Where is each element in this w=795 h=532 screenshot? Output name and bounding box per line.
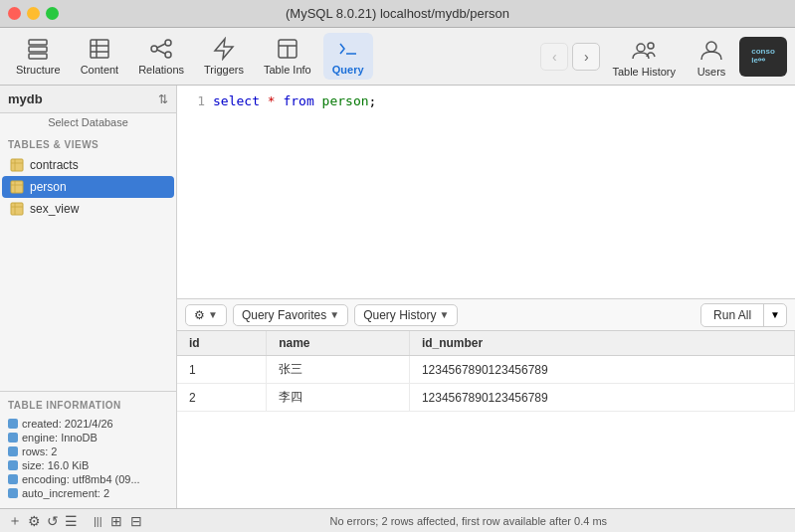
results-table: id name id_number 1 张三 12345678901234567… [177, 331, 795, 508]
svg-point-7 [151, 46, 157, 52]
toolbar-table-info[interactable]: Table Info [256, 33, 319, 80]
svg-rect-26 [11, 203, 23, 215]
table-row[interactable]: 1 张三 1234567890123456789 [177, 356, 795, 384]
content-area: 1select * from person; ⚙ ▼ Query Favorit… [177, 86, 795, 508]
cell-id-2: 2 [177, 384, 267, 412]
query-history-button[interactable]: Query History ▼ [354, 304, 458, 326]
person-label: person [30, 180, 67, 194]
relations-label: Relations [138, 64, 184, 76]
col-header-id-number: id_number [409, 331, 794, 356]
titlebar: (MySQL 8.0.21) localhost/mydb/person [0, 0, 795, 28]
cell-id-1: 1 [177, 356, 267, 384]
info-dot-auto-increment [8, 488, 18, 498]
statusbar-left: ＋ ⚙ ↺ ☰ [8, 512, 78, 530]
table-body: 1 张三 1234567890123456789 2 李四 1234567890… [177, 356, 795, 412]
refresh-icon[interactable]: ↺ [47, 513, 59, 529]
sidebar-item-person[interactable]: person [2, 176, 174, 198]
filter-icon[interactable]: ☰ [65, 513, 78, 529]
table-icon-person [10, 180, 24, 194]
info-dot-created [8, 419, 18, 429]
nav-forward-button[interactable]: › [572, 43, 600, 71]
export-icon[interactable]: ⊞ [110, 513, 122, 529]
sidebar-item-sex-view[interactable]: sex_view [2, 198, 174, 220]
toolbar-relations[interactable]: Relations [130, 33, 192, 80]
sidebar: mydb ⇅ Select Database TABLES & VIEWS co… [0, 86, 177, 508]
wildcard: * [268, 93, 276, 108]
toolbar-users[interactable]: Users [688, 32, 735, 82]
sidebar-item-contracts[interactable]: contracts [2, 154, 174, 176]
users-label: Users [697, 66, 726, 78]
history-arrow-icon: ▼ [440, 309, 450, 320]
maximize-button[interactable] [46, 7, 59, 20]
svg-rect-2 [29, 54, 47, 59]
settings-icon[interactable]: ⚙ [28, 513, 41, 529]
keyword-select: select [213, 93, 260, 108]
minimize-button[interactable] [27, 7, 40, 20]
svg-line-10 [157, 44, 165, 48]
info-created: created: 2021/4/26 [8, 417, 168, 431]
info-dot-encoding [8, 474, 18, 484]
toolbar-triggers[interactable]: Triggers [196, 33, 252, 80]
semicolon: ; [369, 93, 377, 108]
toolbar-content[interactable]: Content [73, 33, 127, 80]
toolbar-query[interactable]: Query [323, 33, 373, 80]
data-table: id name id_number 1 张三 12345678901234567… [177, 331, 795, 412]
traffic-lights [8, 7, 59, 20]
table-icon-contracts [10, 158, 24, 172]
svg-point-18 [648, 43, 654, 49]
run-all-arrow-icon[interactable]: ▼ [764, 305, 786, 324]
main-toolbar: Structure Content Relations Triggers [0, 28, 795, 86]
query-editor[interactable]: 1select * from person; [177, 86, 795, 299]
statusbar: ＋ ⚙ ↺ ☰ ||| ⊞ ⊟ No errors; 2 rows affect… [0, 508, 795, 532]
svg-rect-0 [29, 40, 47, 45]
table-row[interactable]: 2 李四 1234567890123456789 [177, 384, 795, 412]
db-selector[interactable]: mydb ⇅ [0, 86, 176, 113]
nav-back-button[interactable]: ‹ [540, 43, 568, 71]
info-engine: engine: InnoDB [8, 431, 168, 444]
svg-rect-20 [11, 159, 23, 171]
gear-icon: ⚙ [194, 308, 205, 322]
svg-rect-1 [29, 47, 47, 52]
info-encoding: encoding: utf8mb4 (09... [8, 472, 168, 486]
table-icon-sex-view [10, 202, 24, 216]
info-dot-rows [8, 446, 18, 456]
query-favorites-button[interactable]: Query Favorites ▼ [233, 304, 348, 326]
info-size: size: 16.0 KiB [8, 458, 168, 472]
svg-point-9 [165, 52, 171, 58]
cell-id-number-2: 1234567890123456789 [409, 384, 794, 412]
query-history-label: Query History [363, 308, 436, 322]
svg-marker-12 [215, 39, 233, 59]
main-layout: mydb ⇅ Select Database TABLES & VIEWS co… [0, 86, 795, 508]
content-label: Content [81, 64, 119, 76]
toolbar-structure[interactable]: Structure [8, 33, 69, 80]
svg-point-19 [706, 42, 716, 52]
import-icon[interactable]: ⊟ [130, 513, 142, 529]
close-button[interactable] [8, 7, 21, 20]
table-info-label: Table Info [264, 64, 311, 76]
run-all-button[interactable]: Run All ▼ [700, 303, 787, 327]
status-message: No errors; 2 rows affected, first row av… [150, 515, 787, 527]
col-header-id: id [177, 331, 267, 356]
table-info-title: TABLE INFORMATION [8, 400, 168, 411]
toolbar-console[interactable]: console⚯ [739, 37, 787, 77]
favorites-arrow-icon: ▼ [329, 309, 339, 320]
table-name-person: person [322, 93, 369, 108]
query-label: Query [332, 64, 364, 76]
sex-view-label: sex_view [30, 202, 79, 216]
select-database-button[interactable]: Select Database [0, 113, 176, 131]
contracts-label: contracts [30, 158, 79, 172]
table-information-section: TABLE INFORMATION created: 2021/4/26 eng… [0, 391, 176, 508]
add-icon[interactable]: ＋ [8, 512, 22, 530]
query-gear-button[interactable]: ⚙ ▼ [185, 304, 227, 326]
cell-name-2: 李四 [267, 384, 410, 412]
svg-rect-23 [11, 181, 23, 193]
keyword-from: from [283, 93, 313, 108]
svg-line-11 [157, 50, 165, 54]
query-favorites-label: Query Favorites [242, 308, 326, 322]
toolbar-table-history[interactable]: Table History [604, 32, 684, 82]
triggers-label: Triggers [204, 64, 244, 76]
run-all-label[interactable]: Run All [701, 304, 764, 326]
col-header-name: name [267, 331, 410, 356]
info-rows: rows: 2 [8, 444, 168, 458]
table-header: id name id_number [177, 331, 795, 356]
